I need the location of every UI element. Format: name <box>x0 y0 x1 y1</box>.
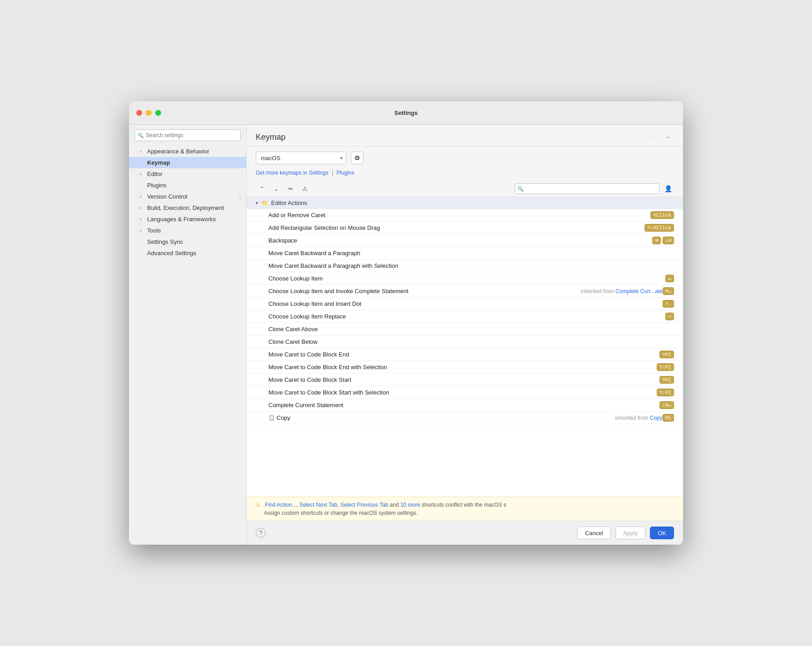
table-row: Move Caret to Code Block End ⌥⌘] <box>247 348 683 361</box>
expand-all-button[interactable]: ⌃ <box>256 184 267 194</box>
sidebar-item-label: Version Control <box>147 193 187 200</box>
action-name: Complete Current Statement <box>268 402 659 408</box>
sidebar-item-advanced[interactable]: Advanced Settings <box>129 247 246 259</box>
main-header: Keymap ← → <box>247 125 683 146</box>
action-name: Backspace <box>268 237 652 244</box>
action-name: Choose Lookup Item Replace <box>268 313 665 320</box>
keymap-search-input[interactable] <box>515 183 659 194</box>
shortcut-badge: ⌥⌘[ <box>659 376 674 384</box>
find-action-link[interactable]: Find Action... <box>265 502 296 508</box>
shortcut-badge: ⌥⇧⌘] <box>657 363 674 371</box>
nav-arrows: ← → <box>645 132 674 142</box>
editor-actions-group[interactable]: ▾ 📁 Editor Actions <box>247 197 683 209</box>
person-button[interactable]: 👤 <box>662 184 674 194</box>
nav-back-button[interactable]: ← <box>645 132 658 142</box>
sidebar-item-label: Languages & Frameworks <box>147 216 216 223</box>
action-shortcuts: ⌥⌘] <box>659 351 674 358</box>
sidebar: 🔍 › Appearance & Behavior Keymap › Edito… <box>129 125 247 545</box>
sidebar-search-wrapper: 🔍 <box>134 129 241 141</box>
action-shortcuts: ⌘C <box>663 414 674 422</box>
ok-button[interactable]: OK <box>650 527 674 539</box>
shortcut-badge: ⌥⇧⌘[ <box>657 389 674 396</box>
sidebar-item-editor[interactable]: › Editor <box>129 168 246 180</box>
action-name: Clone Caret Above <box>268 326 674 332</box>
table-row: Move Caret to Code Block Start ⌥⌘[ <box>247 374 683 386</box>
minimize-button[interactable] <box>146 110 152 116</box>
edit-shortcut-button[interactable]: ✏ <box>285 184 296 194</box>
action-shortcuts: ↵ <box>665 275 674 282</box>
keymap-table: ▾ 📁 Editor Actions Add or Remove Caret ⌥… <box>247 197 683 497</box>
bottom-left: ? <box>256 527 573 539</box>
sidebar-item-version-control[interactable]: › Version Control ▫ <box>129 191 246 202</box>
keymap-dropdown-wrapper: macOS Windows Linux ▾ <box>256 152 346 164</box>
inherited-link[interactable]: Complete Curr...ate <box>616 288 663 294</box>
window-title: Settings <box>394 109 417 116</box>
shortcut-badge: ⌥Click <box>650 211 674 219</box>
keymap-links: Get more keymaps in Settings | Plugins <box>247 170 683 180</box>
action-name: Move Caret to Code Block End <box>268 351 659 358</box>
collapse-all-button[interactable]: ⌄ <box>270 184 282 194</box>
plugins-link[interactable]: Plugins <box>337 170 354 176</box>
warning-button[interactable]: ⚠ <box>299 184 311 194</box>
shortcut-badge: ⌘↵ <box>663 287 674 295</box>
action-inherited-text: inherited from Complete Curr...ate <box>581 288 663 294</box>
gear-button[interactable]: ⚙ <box>351 152 363 164</box>
action-shortcuts: ⌥⇧⌘] <box>657 363 674 371</box>
action-name: Move Caret Backward a Paragraph with Sel… <box>268 262 674 269</box>
search-icon: 🔍 <box>517 186 524 192</box>
help-button[interactable]: ? <box>256 528 266 538</box>
inherited-link[interactable]: Copy <box>650 415 663 421</box>
action-name: Choose Lookup Item and Insert Dot <box>268 300 663 307</box>
window-controls <box>136 110 161 116</box>
folder-icon: 📁 <box>262 200 268 206</box>
more-conflicts-link[interactable]: 10 more <box>400 502 420 508</box>
shortcut-badge: ↵ <box>665 275 674 282</box>
group-name: Editor Actions <box>271 200 307 206</box>
sidebar-item-languages[interactable]: › Languages & Frameworks <box>129 214 246 225</box>
shortcut-badge: ⌥⇧⌘Click <box>645 224 674 232</box>
chevron-right-icon: › <box>140 149 145 154</box>
sidebar-item-settings-sync[interactable]: Settings Sync <box>129 236 246 247</box>
sidebar-item-plugins[interactable]: Plugins <box>129 180 246 191</box>
close-button[interactable] <box>136 110 142 116</box>
action-name: Move Caret to Code Block End with Select… <box>268 364 657 370</box>
sidebar-item-build[interactable]: › Build, Execution, Deployment <box>129 202 246 214</box>
sidebar-search-input[interactable] <box>134 129 241 141</box>
table-row: Move Caret to Code Block Start with Sele… <box>247 386 683 399</box>
keymap-toolbar: ⌃ ⌄ ✏ ⚠ 🔍 👤 <box>247 180 683 197</box>
action-shortcuts: ↑. <box>663 300 674 308</box>
sidebar-item-keymap[interactable]: Keymap <box>129 157 246 168</box>
keymap-controls: macOS Windows Linux ▾ ⚙ <box>247 146 683 170</box>
sidebar-item-tools[interactable]: › Tools <box>129 225 246 236</box>
nav-forward-button[interactable]: → <box>661 132 674 142</box>
action-shortcuts: ⌥Click <box>650 211 674 219</box>
table-row: Add Rectangular Selection on Mouse Drag … <box>247 222 683 234</box>
action-name: Clone Caret Below <box>268 338 674 345</box>
group-chevron-icon: ▾ <box>256 200 258 205</box>
table-row: 📋 Copy inherited from Copy ⌘C <box>247 412 683 424</box>
action-name: Add Rectangular Selection on Mouse Drag <box>268 224 645 231</box>
warning-text-suffix: shortcuts conflict with the macOS s <box>422 502 506 508</box>
page-title: Keymap <box>256 133 286 142</box>
chevron-right-icon: › <box>140 194 145 199</box>
link-separator: | <box>332 170 333 176</box>
sidebar-item-label: Editor <box>147 171 162 177</box>
table-row: Backspace ⌫ ⇧⌫ <box>247 234 683 247</box>
table-row: Move Caret to Code Block End with Select… <box>247 361 683 374</box>
sidebar-item-label: Build, Execution, Deployment <box>147 204 224 211</box>
settings-window: Settings 🔍 › Appearance & Behavior Keyma… <box>129 101 683 545</box>
sidebar-item-appearance[interactable]: › Appearance & Behavior <box>129 146 246 157</box>
sidebar-item-label: Tools <box>147 227 161 234</box>
maximize-button[interactable] <box>155 110 161 116</box>
select-previous-tab-link[interactable]: Select Previous Tab <box>340 502 388 508</box>
keymap-dropdown[interactable]: macOS Windows Linux <box>256 152 346 164</box>
action-shortcuts: → <box>665 313 674 320</box>
action-name: Move Caret to Code Block Start with Sele… <box>268 389 657 396</box>
action-name: Move Caret to Code Block Start <box>268 376 659 383</box>
select-next-tab-link[interactable]: Select Next Tab <box>299 502 337 508</box>
apply-button[interactable]: Apply <box>616 527 646 539</box>
get-more-keymaps-link[interactable]: Get more keymaps in Settings <box>256 170 329 176</box>
toolbar-search-wrapper: 🔍 <box>515 183 659 194</box>
cancel-button[interactable]: Cancel <box>577 527 611 539</box>
table-row: Choose Lookup Item and Invoke Complete S… <box>247 285 683 298</box>
